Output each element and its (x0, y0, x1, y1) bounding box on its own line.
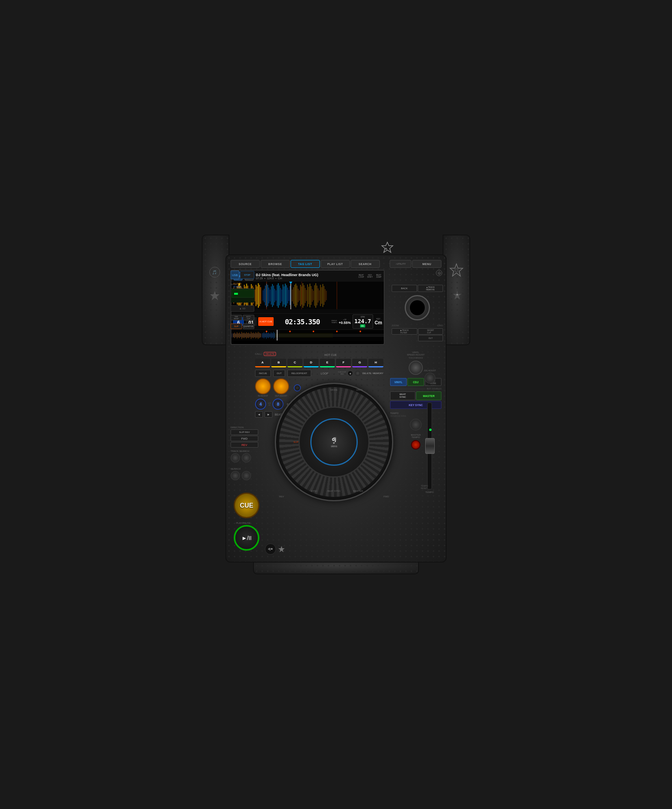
jog-adjust-knob[interactable] (424, 373, 435, 384)
quantize-btn[interactable]: QUANTIZE (243, 324, 254, 329)
in-adjust-btn[interactable] (255, 378, 271, 394)
hc-btn-d[interactable]: D (304, 359, 319, 367)
hc-btn-f[interactable]: F (336, 359, 351, 367)
out-btn[interactable]: OUT (273, 370, 285, 377)
play-list-btn[interactable]: PLAY LIST (321, 260, 350, 268)
slip-btn[interactable]: SLIP (231, 324, 242, 329)
time-mode-btn[interactable]: TIMEMODE (231, 315, 242, 320)
track-search-knob-left[interactable] (231, 453, 240, 463)
direction-buttons: SLIP REV FWD REV (231, 429, 258, 448)
top-sticker: b (377, 240, 397, 256)
auto-cue-btn[interactable]: AUTOCUE (243, 315, 254, 320)
fwd-btn[interactable]: FWD (231, 436, 258, 441)
beat-sync-btn[interactable]: BEATSYNC (390, 391, 415, 400)
speed-adjust-knob[interactable] (409, 361, 423, 375)
out-btn-right[interactable]: OUT (418, 335, 443, 341)
delete-btn-small[interactable]: DELETE (362, 372, 372, 374)
rev-btn[interactable]: REV (231, 442, 258, 448)
menu-btn[interactable]: MENU (412, 260, 441, 268)
back-btn[interactable]: BACK (392, 285, 417, 292)
svg-text:b: b (385, 247, 387, 250)
hc-btn-e[interactable]: E (320, 359, 335, 367)
search-btn[interactable]: SEARCH (351, 260, 380, 268)
hc-btn-a[interactable]: A (255, 359, 270, 367)
master-btn[interactable]: MASTER (416, 391, 441, 400)
browse-btn[interactable]: BROWSE (261, 260, 290, 268)
delete-call-btn[interactable]: DELETE (264, 352, 276, 356)
search-knob-right[interactable] (242, 471, 251, 480)
reloop-exit-btn[interactable]: RELOOP/EXIT (287, 370, 311, 377)
power-button[interactable] (436, 270, 442, 276)
out-adjust-btn[interactable] (273, 378, 289, 394)
beat-jump-back-btn[interactable]: ◄ (255, 411, 263, 418)
reloop-group: RELOOP/EXIT (287, 370, 311, 377)
cdj-btn[interactable]: CDJ (407, 378, 424, 386)
small-loop-btn[interactable] (294, 384, 301, 391)
hc-btn-h[interactable]: H (368, 359, 383, 367)
short-cut-btn[interactable]: SHORTCUT (418, 328, 443, 335)
cue-loop-call-prev[interactable]: ◄ (347, 371, 353, 376)
memory-btn[interactable]: MEMORY (373, 372, 383, 374)
search-knob-left[interactable] (231, 471, 240, 480)
source-btn[interactable]: SOURCE (231, 260, 260, 268)
usb-stop-btn[interactable]: STOP (240, 271, 254, 279)
master-tempo-btn[interactable] (411, 440, 420, 450)
in-cue-group: IN/CUE (255, 370, 271, 377)
track-filter-btn[interactable]: ▶TRACKFILTER (392, 328, 417, 335)
short-out-container: SHORTCUT OUT (418, 328, 443, 341)
out-group: OUT (273, 370, 285, 377)
key-sync-btn[interactable]: KEY SYNC (390, 401, 441, 409)
beat-loop-4-btn[interactable]: 4 (255, 399, 266, 410)
hc-btn-g[interactable]: G (352, 359, 367, 367)
right-wing (443, 235, 470, 345)
tag-list-btn[interactable]: TAG LIST (291, 260, 320, 268)
vinyl-btn[interactable]: VINYL (390, 378, 407, 386)
top-nav: SOURCE BROWSE TAG LIST PLAY LIST SEARCH … (231, 260, 441, 268)
track-search-knob-right[interactable] (242, 453, 251, 463)
svg-marker-143 (382, 242, 393, 252)
utility-label: –UTILITY (390, 260, 411, 268)
tempo-fader-handle[interactable] (425, 438, 435, 454)
hc-btn-b[interactable]: B (271, 359, 286, 367)
hc-btn-c[interactable]: C (287, 359, 302, 367)
in-cue-btn[interactable]: IN/CUE (255, 370, 271, 377)
slip-rev-btn[interactable]: SLIP REV (231, 429, 258, 435)
beat-jump-fwd-btn[interactable]: ► (265, 411, 272, 418)
track-remove-btn[interactable]: ▲TRACKREMOVE (418, 285, 443, 292)
cue-big-btn[interactable]: CUE (234, 493, 259, 518)
cue-loop-knob[interactable] (354, 370, 361, 377)
play-pause-btn[interactable]: ►/II (234, 525, 259, 551)
tempo-knob[interactable] (410, 419, 422, 431)
